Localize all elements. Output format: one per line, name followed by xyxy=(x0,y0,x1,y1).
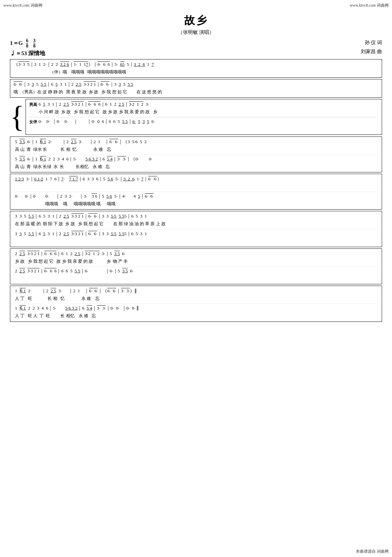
section7-box: 2 2 5 3·3 2 1｜6· 6 6｜6 1 2 2 5｜3·2 1 2 3… xyxy=(10,248,382,284)
female-notes: 0· 0· ｜0· 0· ｜ ｜0· 0 6｜6 6 5 5 5｜6· 5 3 … xyxy=(39,118,378,126)
s5-lyrics-bot: 哦哦哦 哦 哦哦哦哦哦 哦 哦哦 xyxy=(15,201,378,208)
s6-lyrics-bot xyxy=(15,238,378,245)
s7-notes-top: 2 2 5 3·3 2 1｜6· 6 6｜6 1 2 2 5｜3·2 1 2 3… xyxy=(15,250,378,258)
s5-notes-top: 1 2·3 3·｜6 1·2 1 7 6｜7· 7 1 7｜6 3 3 6｜5 … xyxy=(15,175,378,183)
lyricist: 孙 仪 词 xyxy=(361,38,382,47)
f-notes-bot: 1 6̣ 1 2 2 3 4 6｜5· 5·6 3 2｜6 5 4｜3· 3·｜… xyxy=(15,305,378,312)
c1-notes-bot: 5 3 5 6·｜1 6̣ 1 2 2 3 4 6｜5· 5·6 3 2｜6 5… xyxy=(15,155,378,163)
key-line: 1＝G 6 8 3 8 xyxy=(10,38,45,49)
s6-notes-bot: 3 3 5 5 5｜6 5 3 1｜2 2 5 3·3 2 1｜6· 6·｜3 … xyxy=(15,230,378,238)
s6-lyrics-top: 在 那 温 暖 的 朝 阳 下 故 乡 故 乡 我 想 起 它 在 那 绿 油 … xyxy=(15,221,378,228)
key-info: 1＝G 6 8 3 8 ♩＝53 深情地 孙 仪 词 刘家昌 曲 xyxy=(10,38,382,58)
s6-notes-top: 3 3 5 5 5｜6 5 3 1｜2 2 5 3·3 2 1｜6· 6·｜3 … xyxy=(15,213,378,220)
c1-lyrics-top: 高 山 青 绿水 长 长 相 忆 永 难 忘 xyxy=(15,146,378,153)
key-tempo: 1＝G 6 8 3 8 ♩＝53 深情地 xyxy=(10,38,45,58)
female-lyrics xyxy=(39,126,378,133)
tempo-line: ♩＝53 深情地 xyxy=(10,49,45,58)
composer-info: 孙 仪 词 刘家昌 曲 xyxy=(361,38,382,56)
duet-content: 男高 6 5 3 1｜2 2 5 3·3 2 1｜6· 6 6｜6 1 2 2 … xyxy=(26,99,382,135)
f-lyrics-top: 人 丁 旺 长 相 忆 永 难 忘 xyxy=(15,295,378,302)
intro-box: （3· 3 5｜3 1 2·｜2 2 3 2 6｜1· 1 17）｜6· 6 6… xyxy=(10,59,382,78)
duet-box: { 男高 6 5 3 1｜2 2 5 3·3 2 1｜6· 6 6｜6 1 2 … xyxy=(10,99,382,135)
s7-notes-bot: 2 2 5 3·3 2 1｜6· 6 6｜6 6 5 5 5｜6· ｜6·｜5 … xyxy=(15,267,378,275)
s5-notes-bot: 0· 0·｜0· 0· ｜2 3 2· ｜3· 3 6｜5 5 6 5·｜4· … xyxy=(15,193,378,200)
male-notes: 6 5 3 1｜2 2 5 3·3 2 1｜6· 6 6｜6 1 2 2 5｜3… xyxy=(39,101,378,108)
c1-notes-top: 5 3 5 6·｜1 6̣ 1 2· ｜2 2 5 3· ｜2 1 ｜6· 6·… xyxy=(15,138,378,146)
watermark-bottom-right: 本曲谱源自 词曲网 xyxy=(356,549,389,554)
composer: 刘家昌 曲 xyxy=(361,47,382,56)
f-lyrics-bot: 人 丁 旺 人 丁 旺 长 相忆 永 难 忘 xyxy=(15,313,378,320)
time-fraction-2: 3 8 xyxy=(33,38,36,49)
section5-box: 1 2·3 3·｜6 1·2 1 7 6｜7· 7 1 7｜6 3 3 6｜5 … xyxy=(10,174,382,210)
v1-notes: 6· 6·｜3 3 5 5 5｜6 5 3 1｜2 2 5 3·3 2 1｜6·… xyxy=(14,81,378,88)
song-subtitle: （张明敏 演唱） xyxy=(7,29,385,36)
verse1-box: 6· 6·｜3 3 5 5 5｜6 5 3 1｜2 2 5 3·3 2 1｜6·… xyxy=(10,79,382,98)
final-box: 1 6̣ 1 2· ｜2 2 5 3· ｜2 1 ｜6· 6·｜（6· 6·｜3… xyxy=(10,286,382,322)
watermark-top-right: www.ktvc8.com 词曲网 xyxy=(350,3,389,8)
s5-lyrics-top xyxy=(15,183,378,190)
left-brace-icon: { xyxy=(10,99,26,135)
title-section: 故乡 （张明敏 演唱） xyxy=(7,13,385,36)
intro-notes: （3· 3 5｜3 1 2·｜2 2 3 2 6｜1· 1 17）｜6· 6 6… xyxy=(14,61,378,68)
intro-lyrics: （伴）哦 哦哦哦 哦哦哦哦哦哦哦哦哦 xyxy=(14,69,378,76)
chorus1-box: 5 3 5 6·｜1 6̣ 1 2· ｜2 2 5 3· ｜2 1 ｜6· 6·… xyxy=(10,137,382,172)
score-container: （3· 3 5｜3 1 2·｜2 2 3 2 6｜1· 1 17）｜6· 6 6… xyxy=(10,59,382,322)
f-notes-top: 1 6̣ 1 2· ｜2 2 5 3· ｜2 1 ｜6· 6·｜（6· 6·｜3… xyxy=(15,287,378,295)
s7-lyrics-bot xyxy=(15,275,378,282)
section6-box: 3 3 5 5 5｜6 5 3 1｜2 2 5 3·3 2 1｜6· 6·｜3 … xyxy=(10,211,382,247)
c1-lyrics-bot: 高 山 青 绿水 长绿 水 长 长相忆 永 难 忘 xyxy=(15,163,378,170)
male-lyrics: 小 河 畔 故 乡 故 乡 我 想 起 它 故 乡 故 乡 我 亲 爱 的 故 … xyxy=(39,109,378,116)
time-fraction-1: 6 8 xyxy=(26,38,28,49)
v1-lyrics: 哦 （男高）在 这 静 静 的 黑 夜 里 故 乡 故 乡 我 想 起 它 在 … xyxy=(14,89,378,96)
song-title: 故乡 xyxy=(7,13,385,28)
watermark-top-left: www.ktvc8.com 词曲网 xyxy=(3,3,42,8)
page: www.ktvc8.com 词曲网 www.ktvc8.com 词曲网 故乡 （… xyxy=(0,0,392,326)
s7-lyrics-top: 乡 故 乡 我 想 起 它 故 乡 我 亲 爱 的 故 乡 物 产 丰 xyxy=(15,258,378,265)
